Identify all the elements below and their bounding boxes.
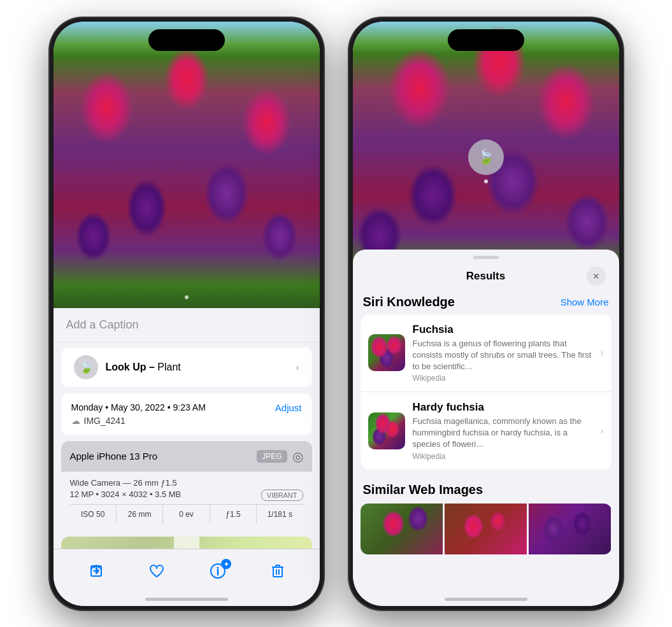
lookup-icon: 🍃 [74,355,98,379]
results-title: Results [466,270,505,283]
left-screen: Add a Caption 🍃 Look Up – Plant › [54,22,320,606]
lookup-bold: Look Up – [106,362,158,372]
siri-header: Siri Knowledge Show More [361,291,611,314]
meta-filename: IMG_4241 [84,416,125,426]
right-phone-inner: 🍃 Results ✕ [353,22,619,606]
lens-info: Wide Camera — 26 mm ƒ1.5 [70,478,303,488]
similar-image-3[interactable] [529,504,611,554]
leaf-lookup-icon: 🍃 [477,149,494,166]
info-badge: ✦ [221,559,231,569]
vibrant-badge: VIBRANT [261,490,303,501]
home-indicator-left [145,598,228,601]
knowledge-item-fuchsia[interactable]: Fuchsia Fuchsia is a genus of flowering … [361,314,611,393]
similar-images-section: Similar Web Images [361,477,611,554]
info-button[interactable]: ✦ [210,563,226,579]
lookup-regular: Plant [157,362,180,372]
caption-placeholder: Add a Caption [66,318,139,331]
hardy-thumbnail [368,412,405,449]
results-sheet: Results ✕ Siri Knowledge Show More [353,250,619,606]
phones-container: Add a Caption 🍃 Look Up – Plant › [0,0,672,627]
lookup-label: Look Up – Plant [106,362,181,373]
caption-area[interactable]: Add a Caption [54,308,320,342]
lookup-chevron-icon: › [296,362,299,372]
right-phone: 🍃 Results ✕ [349,18,623,610]
share-icon [89,563,104,579]
favorite-button[interactable] [148,563,165,579]
location-icon: ◎ [292,449,303,464]
hardy-thumb-image [368,412,405,449]
similar-images-grid [361,504,611,554]
home-indicator-right [445,598,527,601]
lookup-row[interactable]: 🍃 Look Up – Plant › [61,348,312,387]
delete-button[interactable] [271,563,285,579]
dynamic-island-left [148,29,225,51]
fuchsia-description: Fuchsia is a genus of flowering plants t… [413,338,593,373]
fuchsia-chevron-icon: › [600,347,603,358]
exif-aperture: ƒ1.5 [210,505,257,524]
similar-image-2[interactable] [445,504,527,554]
meta-date-row: Monday • May 30, 2022 • 9:23 AM Adjust [71,402,302,413]
siri-knowledge-title: Siri Knowledge [363,295,455,309]
exif-focal: 26 mm [117,505,163,524]
fuchsia-thumbnail [368,334,405,371]
hardy-description: Fuchsia magellanica, commonly known as t… [413,416,593,451]
camera-header: Apple iPhone 13 Pro JPEG ◎ [61,441,312,472]
left-phone: Add a Caption 🍃 Look Up – Plant › [50,18,324,610]
trash-icon [271,563,285,579]
exif-iso: ISO 50 [70,505,117,524]
resolution-info: 12 MP • 3024 × 4032 • 3.5 MB VIBRANT [70,490,303,499]
hardy-content: Hardy fuchsia Fuchsia magellanica, commo… [413,401,593,461]
flower-photo-left [54,22,320,308]
resolution-text: 12 MP • 3024 × 4032 • 3.5 MB [70,490,182,499]
heart-icon [148,563,165,579]
exif-ev: 0 ev [163,505,210,524]
dynamic-island-right [448,29,524,51]
exif-row: ISO 50 26 mm 0 ev ƒ1.5 1/181 s [70,504,303,524]
sheet-header: Results ✕ [353,259,619,291]
hardy-source: Wikipedia [413,452,593,461]
meta-filename-row: ☁ IMG_4241 [71,416,302,426]
cloud-icon: ☁ [71,416,80,426]
visual-lookup-button[interactable]: 🍃 [468,139,504,175]
meta-date: Monday • May 30, 2022 • 9:23 AM [71,402,206,412]
fuchsia-content: Fuchsia Fuchsia is a genus of flowering … [413,323,593,383]
format-badge: JPEG [257,450,287,463]
svg-point-3 [217,567,218,569]
fuchsia-source: Wikipedia [413,374,593,383]
left-phone-inner: Add a Caption 🍃 Look Up – Plant › [54,22,320,606]
siri-knowledge-section: Siri Knowledge Show More Fuchsia [361,291,611,470]
hardy-name: Hardy fuchsia [413,401,593,414]
right-screen: 🍃 Results ✕ [353,22,619,606]
svg-rect-4 [273,567,282,577]
metadata-section: Monday • May 30, 2022 • 9:23 AM Adjust ☁… [61,393,312,435]
knowledge-card: Fuchsia Fuchsia is a genus of flowering … [361,314,611,470]
show-more-button[interactable]: Show More [561,297,609,307]
camera-name: Apple iPhone 13 Pro [70,451,158,461]
camera-section: Apple iPhone 13 Pro JPEG ◎ Wide Camera —… [61,441,312,530]
similar-image-1[interactable] [361,504,443,554]
left-photo-area [54,22,320,308]
similar-images-title: Similar Web Images [361,477,611,504]
knowledge-item-hardy[interactable]: Hardy fuchsia Fuchsia magellanica, commo… [361,392,611,470]
share-button[interactable] [89,563,104,579]
photo-indicator-dot [185,295,189,299]
camera-badges: JPEG ◎ [257,449,303,464]
lookup-dot [484,180,488,183]
adjust-button[interactable]: Adjust [275,402,302,413]
camera-details: Wide Camera — 26 mm ƒ1.5 12 MP • 3024 × … [61,472,312,530]
close-button[interactable]: ✕ [587,267,606,286]
fuchsia-thumb-image [368,334,405,371]
close-icon: ✕ [592,271,600,281]
fuchsia-name: Fuchsia [413,323,593,336]
right-photo-area: 🍃 [353,22,619,289]
hardy-chevron-icon: › [600,425,603,437]
exif-shutter: 1/181 s [257,505,303,524]
leaf-icon: 🍃 [79,360,93,374]
